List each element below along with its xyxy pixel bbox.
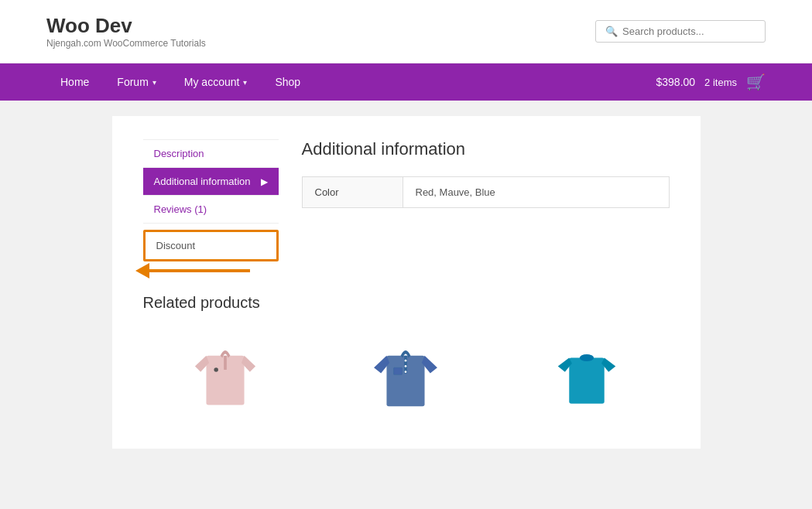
- nav-my-account[interactable]: My account ▾: [170, 63, 262, 101]
- info-table: Color Red, Mauve, Blue: [302, 176, 670, 208]
- nav-shop[interactable]: Shop: [261, 63, 314, 101]
- site-header: Woo Dev Njengah.com WooCommerce Tutorial…: [0, 0, 812, 63]
- search-input[interactable]: [622, 26, 755, 37]
- nav-forum[interactable]: Forum ▾: [103, 63, 170, 101]
- svg-rect-13: [569, 358, 604, 404]
- page-wrapper: Description Additional information ▶ Rev…: [0, 101, 812, 487]
- table-key: Color: [302, 177, 403, 208]
- svg-point-16: [580, 354, 594, 361]
- svg-point-4: [214, 367, 218, 371]
- product-image-teal: [504, 327, 669, 412]
- search-bar[interactable]: 🔍: [595, 20, 766, 43]
- nav-left: Home Forum ▾ My account ▾ Shop: [46, 63, 314, 101]
- nav-home[interactable]: Home: [46, 63, 103, 101]
- tab-reviews[interactable]: Reviews (1): [143, 196, 279, 224]
- tab-additional-info[interactable]: Additional information ▶: [143, 168, 279, 196]
- search-icon: 🔍: [605, 26, 618, 37]
- main-content: Description Additional information ▶ Rev…: [112, 116, 701, 449]
- tab-description[interactable]: Description: [143, 139, 279, 168]
- cart-price: $398.00: [656, 76, 695, 88]
- discount-tab-wrapper: Discount: [143, 230, 279, 278]
- chevron-right-icon: ▶: [261, 176, 268, 187]
- related-title: Related products: [143, 294, 670, 312]
- chevron-down-icon: ▾: [152, 78, 156, 87]
- svg-rect-3: [224, 356, 227, 370]
- svg-point-11: [405, 371, 407, 374]
- product-image-pink: [143, 327, 308, 412]
- svg-point-9: [405, 360, 407, 362]
- product-card-teal[interactable]: [504, 327, 669, 412]
- tabs-sidebar: Description Additional information ▶ Rev…: [143, 139, 279, 278]
- site-title: Woo Dev: [46, 14, 206, 38]
- table-row: Color Red, Mauve, Blue: [302, 177, 669, 208]
- site-tagline: Njengah.com WooCommerce Tutorials: [46, 38, 206, 49]
- arrow-annotation: [135, 263, 279, 278]
- site-nav: Home Forum ▾ My account ▾ Shop $398.00 2…: [0, 63, 812, 101]
- cart-icon[interactable]: 🛒: [746, 73, 766, 91]
- svg-point-10: [405, 365, 407, 367]
- svg-rect-8: [405, 356, 408, 374]
- content-layout: Description Additional information ▶ Rev…: [143, 139, 670, 278]
- product-card-pink[interactable]: [143, 327, 308, 412]
- site-branding: Woo Dev Njengah.com WooCommerce Tutorial…: [46, 14, 206, 49]
- cart-count: 2 items: [704, 77, 737, 88]
- tab-content-title: Additional information: [302, 139, 670, 159]
- tab-content: Additional information Color Red, Mauve,…: [302, 139, 670, 278]
- products-grid: [143, 327, 670, 412]
- product-image-blue: [324, 327, 488, 412]
- chevron-down-icon: ▾: [243, 78, 247, 87]
- product-card-blue[interactable]: [324, 327, 488, 412]
- tab-discount[interactable]: Discount: [143, 230, 279, 261]
- svg-rect-12: [394, 367, 403, 374]
- related-section: Related products: [143, 278, 670, 412]
- nav-right: $398.00 2 items 🛒: [656, 73, 766, 91]
- table-value: Red, Mauve, Blue: [403, 177, 669, 208]
- arrow-line: [149, 269, 250, 272]
- arrow-head-icon: [135, 263, 149, 278]
- content-wrapper: Description Additional information ▶ Rev…: [0, 101, 812, 464]
